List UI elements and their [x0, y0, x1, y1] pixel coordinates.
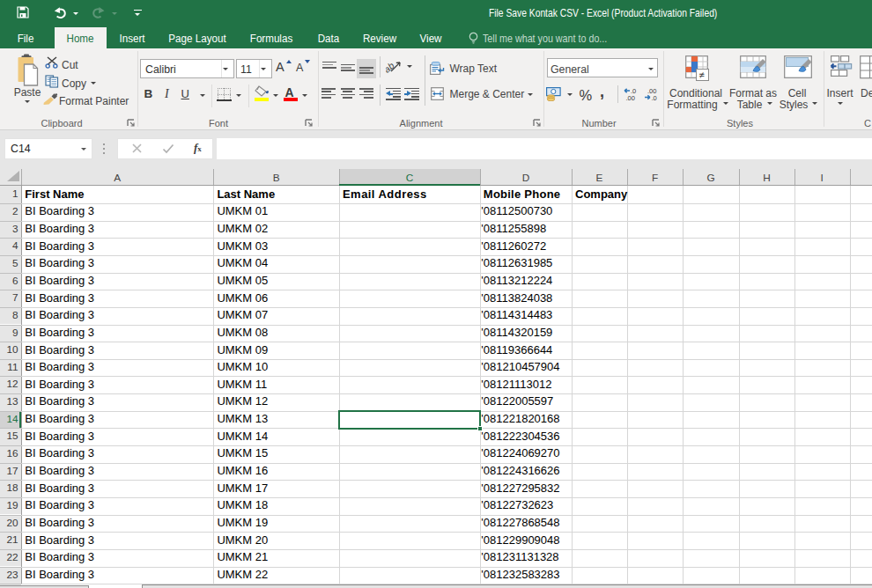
- svg-text:.00: .00: [626, 94, 635, 101]
- svg-text:.0: .0: [651, 94, 656, 101]
